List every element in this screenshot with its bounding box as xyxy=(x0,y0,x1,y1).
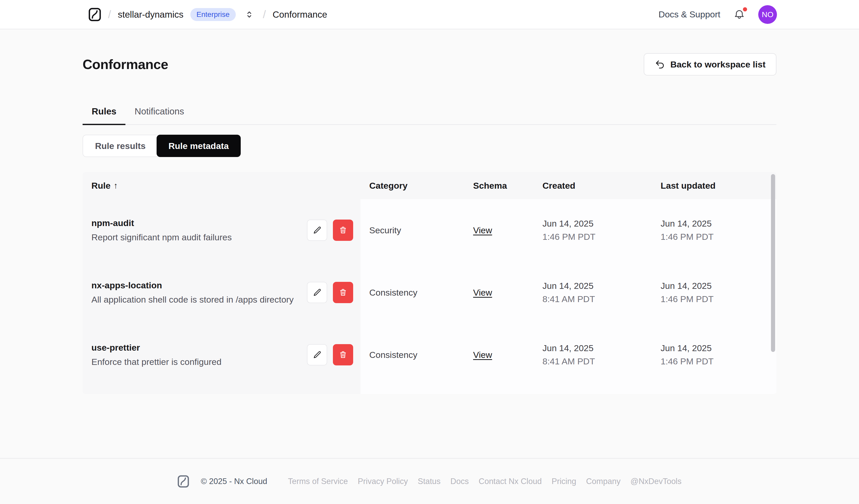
edit-rule-button[interactable] xyxy=(307,219,327,241)
view-schema-link[interactable]: View xyxy=(473,288,492,297)
rule-category: Security xyxy=(360,225,464,235)
footer-link-status[interactable]: Status xyxy=(418,477,441,486)
created-date: Jun 14, 2025 xyxy=(542,343,652,353)
rules-table: Rule ↑ Category Schema Created Last upda… xyxy=(82,172,777,394)
plan-badge: Enterprise xyxy=(190,8,236,21)
sort-ascending-icon: ↑ xyxy=(114,181,118,190)
back-button-label: Back to workspace list xyxy=(670,59,766,70)
breadcrumb-separator: / xyxy=(108,8,111,21)
avatar[interactable]: NO xyxy=(758,5,777,24)
updated-time: 1:46 PM PDT xyxy=(661,232,777,242)
column-header-created[interactable]: Created xyxy=(533,181,652,191)
table-header-row: Rule ↑ Category Schema Created Last upda… xyxy=(82,172,777,199)
rule-category: Consistency xyxy=(360,350,464,360)
rule-description: Enforce that prettier is configured xyxy=(91,357,222,367)
topbar-actions: Docs & Support NO xyxy=(659,5,777,24)
rule-cell: nx-apps-location All application shell c… xyxy=(82,261,360,324)
tab-bar: Rules Notifications xyxy=(82,106,777,125)
footer: © 2025 - Nx Cloud Terms of Service Priva… xyxy=(0,458,859,504)
breadcrumb-separator: / xyxy=(263,8,266,21)
trash-icon xyxy=(338,350,348,360)
tab-rules[interactable]: Rules xyxy=(82,106,125,125)
footer-link-pricing[interactable]: Pricing xyxy=(552,477,576,486)
rule-cell: use-prettier Enforce that prettier is co… xyxy=(82,324,360,386)
return-arrow-icon xyxy=(654,59,665,70)
trash-icon xyxy=(338,288,348,297)
updated-date: Jun 14, 2025 xyxy=(661,218,777,229)
updated-cell: Jun 14, 2025 1:46 PM PDT xyxy=(652,281,777,304)
footer-link-privacy[interactable]: Privacy Policy xyxy=(358,477,408,486)
updated-cell: Jun 14, 2025 1:46 PM PDT xyxy=(652,343,777,366)
trash-icon xyxy=(338,226,348,235)
updated-time: 1:46 PM PDT xyxy=(661,356,777,366)
pencil-icon xyxy=(312,288,322,297)
rule-cell: npm-audit Report significant npm audit f… xyxy=(82,199,360,261)
footer-link-twitter[interactable]: @NxDevTools xyxy=(631,477,682,486)
footer-link-docs[interactable]: Docs xyxy=(451,477,469,486)
rule-description: All application shell code is stored in … xyxy=(91,294,294,305)
scrollbar-thumb[interactable] xyxy=(771,174,775,352)
table-row: nx-apps-location All application shell c… xyxy=(82,261,777,324)
rule-results-button[interactable]: Rule results xyxy=(82,135,157,157)
topbar: / stellar-dynamics Enterprise / Conforma… xyxy=(0,0,859,29)
notification-dot xyxy=(742,6,748,12)
created-cell: Jun 14, 2025 8:41 AM PDT xyxy=(533,281,652,304)
updated-cell: Jun 14, 2025 1:46 PM PDT xyxy=(652,218,777,242)
rule-name: use-prettier xyxy=(91,342,222,353)
pencil-icon xyxy=(312,350,322,360)
created-cell: Jun 14, 2025 1:46 PM PDT xyxy=(533,218,652,242)
workspace-switcher-button[interactable] xyxy=(243,8,256,21)
column-header-schema[interactable]: Schema xyxy=(464,181,533,191)
column-header-rule[interactable]: Rule ↑ xyxy=(82,181,360,191)
back-to-workspace-list-button[interactable]: Back to workspace list xyxy=(644,53,777,76)
updated-date: Jun 14, 2025 xyxy=(661,343,777,353)
table-spacer-row xyxy=(82,386,777,394)
column-header-last-updated[interactable]: Last updated xyxy=(652,181,777,191)
created-date: Jun 14, 2025 xyxy=(542,218,652,229)
edit-rule-button[interactable] xyxy=(307,344,327,365)
table-scrollbar xyxy=(770,172,777,394)
rule-name: nx-apps-location xyxy=(91,280,294,290)
table-row: use-prettier Enforce that prettier is co… xyxy=(82,324,777,386)
rule-category: Consistency xyxy=(360,288,464,298)
page-title: Conformance xyxy=(82,57,168,72)
pencil-icon xyxy=(312,225,322,235)
breadcrumb-workspace[interactable]: stellar-dynamics xyxy=(118,9,184,20)
tab-notifications[interactable]: Notifications xyxy=(125,106,193,125)
column-header-category[interactable]: Category xyxy=(360,181,464,191)
footer-link-contact[interactable]: Contact Nx Cloud xyxy=(479,477,542,486)
created-time: 8:41 AM PDT xyxy=(542,294,652,304)
view-schema-link[interactable]: View xyxy=(473,225,492,235)
delete-rule-button[interactable] xyxy=(333,282,353,303)
rule-view-toggle: Rule results Rule metadata xyxy=(82,135,777,157)
updated-date: Jun 14, 2025 xyxy=(661,281,777,291)
rule-metadata-button[interactable]: Rule metadata xyxy=(156,135,241,157)
footer-links: Terms of Service Privacy Policy Status D… xyxy=(288,477,682,486)
nx-logo-icon xyxy=(177,475,189,488)
breadcrumb-page: Conformance xyxy=(273,9,327,20)
notifications-button[interactable] xyxy=(732,7,746,21)
delete-rule-button[interactable] xyxy=(333,344,353,365)
footer-copyright: © 2025 - Nx Cloud xyxy=(201,477,267,486)
delete-rule-button[interactable] xyxy=(333,219,353,241)
footer-link-terms[interactable]: Terms of Service xyxy=(288,477,348,486)
chevron-up-down-icon xyxy=(244,9,255,20)
docs-support-link[interactable]: Docs & Support xyxy=(659,9,720,19)
rule-name: npm-audit xyxy=(91,218,232,228)
created-cell: Jun 14, 2025 8:41 AM PDT xyxy=(533,343,652,366)
footer-link-company[interactable]: Company xyxy=(586,477,621,486)
breadcrumb: / stellar-dynamics Enterprise / Conforma… xyxy=(88,7,327,21)
main-content: Conformance Back to workspace list Rules… xyxy=(0,29,859,458)
rule-description: Report significant npm audit failures xyxy=(91,232,232,242)
edit-rule-button[interactable] xyxy=(307,282,327,303)
updated-time: 1:46 PM PDT xyxy=(661,294,777,304)
table-row: npm-audit Report significant npm audit f… xyxy=(82,199,777,261)
nx-logo-icon[interactable] xyxy=(88,7,101,21)
created-time: 8:41 AM PDT xyxy=(542,356,652,366)
view-schema-link[interactable]: View xyxy=(473,350,492,360)
created-date: Jun 14, 2025 xyxy=(542,281,652,291)
created-time: 1:46 PM PDT xyxy=(542,232,652,242)
